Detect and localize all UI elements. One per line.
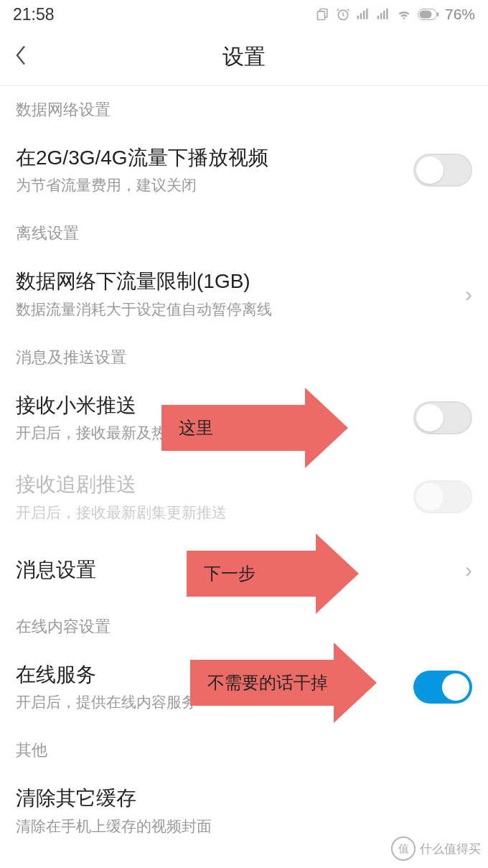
annotation-arrow-3: 不需要的话干掉 <box>190 643 377 723</box>
annotation-arrow-1: 这里 <box>161 388 348 468</box>
battery-icon <box>418 9 439 20</box>
signal-icon <box>356 7 370 22</box>
wifi-icon <box>396 6 412 22</box>
row-subtitle: 数据流量消耗大于设定值自动暂停离线 <box>16 299 465 319</box>
watermark-badge: 值 <box>391 836 416 861</box>
row-mobile-play[interactable]: 在2G/3G/4G流量下播放视频 为节省流量费用，建议关闭 <box>0 131 488 210</box>
page-header: 设置 <box>0 29 488 86</box>
svg-rect-5 <box>437 12 438 17</box>
row-subtitle: 为节省流量费用，建议关闭 <box>16 175 413 195</box>
toggle-xiaomi-push[interactable] <box>413 401 472 434</box>
toggle-mobile-play[interactable] <box>413 154 472 187</box>
section-header-other: 其他 <box>0 727 488 771</box>
clone-icon <box>316 7 330 22</box>
chevron-right-icon: › <box>465 558 472 582</box>
battery-percent: 76% <box>445 6 475 23</box>
toggle-online-service[interactable] <box>413 671 472 704</box>
section-header-push: 消息及推送设置 <box>0 334 488 378</box>
status-icons: 76% <box>316 6 475 23</box>
section-header-offline: 离线设置 <box>0 210 488 254</box>
section-header-network: 数据网络设置 <box>0 86 488 131</box>
row-data-limit[interactable]: 数据网络下流量限制(1GB) 数据流量消耗大于设定值自动暂停离线 › <box>0 254 488 333</box>
row-title: 数据网络下流量限制(1GB) <box>16 269 465 294</box>
row-subtitle: 清除在手机上缓存的视频封面 <box>16 816 472 836</box>
chevron-right-icon: › <box>465 282 472 307</box>
status-bar: 21:58 76% <box>0 0 488 29</box>
status-time: 21:58 <box>13 5 55 24</box>
watermark: 值 什么值得买 <box>391 836 481 861</box>
svg-rect-4 <box>419 11 431 19</box>
alarm-icon <box>336 7 350 22</box>
page-title: 设置 <box>0 42 488 72</box>
signal-icon-2 <box>376 7 390 22</box>
chevron-left-icon <box>14 45 27 66</box>
row-title: 接收追剧推送 <box>16 472 413 498</box>
row-title: 清除其它缓存 <box>16 785 472 811</box>
toggle-drama-push <box>413 480 472 513</box>
row-subtitle: 开启后，接收最新剧集更新推送 <box>16 503 413 523</box>
watermark-text: 什么值得买 <box>420 841 481 857</box>
back-button[interactable] <box>14 42 27 73</box>
row-drama-push: 接收追剧推送 开启后，接收最新剧集更新推送 <box>0 457 488 536</box>
row-title: 在2G/3G/4G流量下播放视频 <box>16 145 413 171</box>
svg-rect-1 <box>317 11 324 20</box>
annotation-arrow-2: 下一步 <box>187 533 359 614</box>
